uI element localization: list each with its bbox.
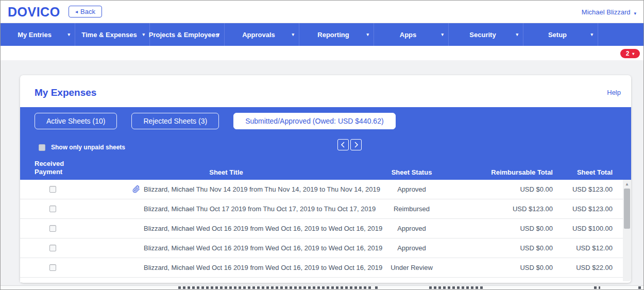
sheet-status: Approved (355, 225, 468, 232)
sheet-title[interactable]: Blizzard, Michael Wed Oct 16 2019 from W… (144, 264, 382, 271)
chevron-down-icon: ▾ (142, 32, 145, 37)
reimbursable-total: USD $0.00 (468, 185, 553, 193)
top-bar: DOVICO ◂ Back Michael Blizzard ▾ (1, 1, 643, 23)
notification-badge[interactable]: 2 ▾ (620, 49, 640, 58)
back-button-label: Back (80, 8, 95, 15)
received-payment-checkbox[interactable] (49, 245, 56, 251)
nav-item[interactable]: Time & Expenses ▾ (75, 23, 150, 46)
sheet-title[interactable]: Blizzard, Michael Thu Nov 14 2019 from T… (144, 185, 380, 193)
sheet-total: USD $123.00 (553, 185, 623, 193)
chevron-down-icon: ▾ (632, 52, 634, 56)
table-header: Received Payment Sheet Title Sheet Statu… (20, 158, 623, 180)
back-arrow-icon: ◂ (75, 9, 78, 14)
sheet-title[interactable]: Blizzard, Michael Wed Oct 16 2019 from W… (144, 244, 382, 252)
reimbursable-total: USD $0.00 (468, 264, 553, 271)
nav-item-label: Projects & Employees (149, 31, 219, 39)
back-button[interactable]: ◂ Back (69, 6, 102, 18)
paperclip-icon (132, 185, 141, 194)
scrollbar-thumb[interactable] (624, 189, 630, 229)
cutoff-text-fragment (594, 286, 600, 289)
nav-item-label: Apps (400, 31, 417, 39)
sheet-title[interactable]: Blizzard, Michael Wed Oct 16 2019 from W… (144, 225, 382, 232)
sheet-tab[interactable]: Active Sheets (10) (35, 113, 117, 129)
received-payment-cell (20, 186, 97, 193)
page-title: My Expenses (35, 87, 96, 98)
sheet-tab-label: Submitted/Approved (Owed: USD $440.62) (245, 117, 383, 125)
nav-item[interactable]: Setup ▾ (523, 23, 598, 46)
sheet-tab-label: Active Sheets (10) (46, 117, 105, 125)
chevron-down-icon: ▾ (217, 32, 219, 37)
nav-item-label: My Entries (18, 31, 52, 39)
chevron-down-icon: ▾ (366, 32, 369, 37)
dovico-logo: DOVICO (8, 5, 60, 20)
sheet-tab-label: Rejected Sheets (3) (143, 117, 207, 125)
user-menu[interactable]: Michael Blizzard ▾ (582, 8, 636, 16)
sub-header-strip (1, 46, 643, 60)
column-sheet-total: Sheet Total (553, 168, 623, 176)
scroll-up-arrow-icon[interactable]: ▲ (623, 180, 631, 188)
nav-item[interactable]: Reporting ▾ (299, 23, 374, 46)
sheet-status: Approved (355, 185, 468, 193)
received-payment-cell (20, 206, 97, 212)
reimbursable-total: USD $123.00 (468, 205, 553, 213)
sheet-title-cell: Blizzard, Michael Wed Oct 16 2019 from W… (97, 244, 355, 252)
column-sheet-title: Sheet Title (97, 168, 355, 176)
sheet-title[interactable]: Blizzard, Michael Thu Oct 17 2019 from T… (144, 205, 376, 213)
nav-item-label: Time & Expenses (81, 31, 137, 39)
chevron-down-icon: ▾ (441, 32, 444, 37)
reimbursable-total: USD $0.00 (468, 225, 553, 232)
chevron-down-icon: ▾ (292, 32, 294, 37)
chevron-right-icon (353, 142, 359, 148)
table-row[interactable]: Blizzard, Michael Wed Oct 16 2019 from W… (20, 219, 623, 238)
sheet-total: USD $12.00 (553, 244, 623, 252)
chevron-down-icon: ▾ (634, 11, 636, 16)
user-name: Michael Blizzard (582, 8, 631, 16)
received-payment-checkbox[interactable] (49, 225, 56, 232)
sheet-status: Reimbursed (355, 205, 468, 213)
sheet-status: Approved (355, 244, 468, 252)
card-header: My Expenses Help (20, 75, 631, 107)
help-link[interactable]: Help (607, 89, 621, 96)
cutoff-text-fragment (178, 286, 371, 289)
nav-item[interactable]: Security ▾ (449, 23, 523, 46)
received-payment-cell (20, 225, 97, 232)
received-payment-cell (20, 245, 97, 251)
nav-item-label: Setup (548, 31, 567, 39)
cutoff-text-fragment (638, 286, 642, 289)
chevron-left-icon (341, 142, 346, 148)
reimbursable-total: USD $0.00 (468, 244, 553, 252)
table-row[interactable]: Blizzard, Michael Wed Oct 16 2019 from W… (20, 258, 623, 278)
sheet-total: USD $123.00 (553, 205, 623, 213)
previous-page-button[interactable] (337, 139, 349, 150)
sheet-tabs: Active Sheets (10) Rejected Sheets (3) S… (35, 113, 396, 129)
received-payment-checkbox[interactable] (49, 264, 56, 271)
next-page-button[interactable] (350, 139, 362, 150)
nav-item-label: Approvals (242, 31, 275, 39)
sheet-status: Under Review (355, 264, 468, 271)
main-navigation: My Entries ▾ Time & Expenses ▾ Projects … (1, 23, 643, 46)
received-payment-checkbox[interactable] (49, 186, 56, 193)
chevron-down-icon: ▾ (590, 32, 593, 37)
unpaid-filter[interactable]: Show only unpaid sheets (39, 144, 125, 151)
my-expenses-card: My Expenses Help Active Sheets (10) Reje… (20, 75, 631, 283)
nav-item-label: Security (469, 31, 496, 39)
sheet-title-cell: Blizzard, Michael Wed Oct 16 2019 from W… (97, 264, 355, 272)
sheet-title-cell: Blizzard, Michael Wed Oct 16 2019 from W… (97, 225, 355, 233)
sheet-tab[interactable]: Rejected Sheets (3) (131, 113, 219, 129)
nav-item[interactable]: My Entries ▾ (1, 23, 75, 46)
chevron-down-icon: ▾ (516, 32, 518, 37)
sheets-panel: Active Sheets (10) Rejected Sheets (3) S… (20, 107, 631, 180)
column-received-payment: Received Payment (20, 160, 97, 177)
sheet-title-cell: Blizzard, Michael Thu Nov 14 2019 from T… (97, 185, 355, 194)
table-row[interactable]: Blizzard, Michael Wed Oct 16 2019 from W… (20, 238, 623, 258)
table-row[interactable]: Blizzard, Michael Thu Nov 14 2019 from T… (20, 180, 623, 199)
table-row[interactable]: Blizzard, Michael Thu Oct 17 2019 from T… (20, 199, 623, 219)
nav-item[interactable]: Apps ▾ (374, 23, 449, 46)
show-only-unpaid-checkbox[interactable] (39, 144, 45, 151)
nav-item[interactable]: Projects & Employees ▾ (150, 23, 225, 46)
nav-item[interactable]: Approvals ▾ (225, 23, 299, 46)
received-payment-checkbox[interactable] (49, 206, 56, 212)
sheet-tab[interactable]: Submitted/Approved (Owed: USD $440.62) (233, 113, 395, 129)
column-reimbursable-total: Reimbursable Total (468, 168, 553, 176)
table-scrollbar[interactable]: ▲ (623, 180, 631, 281)
